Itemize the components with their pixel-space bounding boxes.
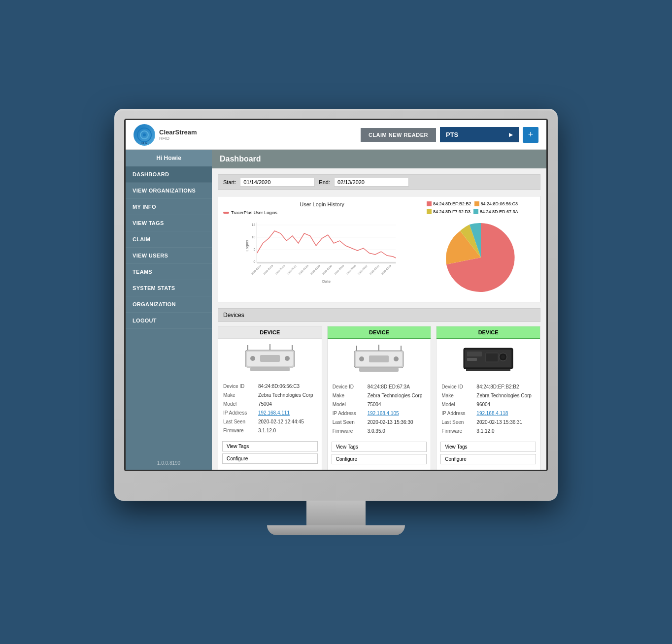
org-name: PTS: [446, 131, 458, 138]
pie-legend-item-3: 84:24:8D:F7:92:D3: [427, 209, 470, 214]
device-1-svg: [243, 343, 297, 375]
pie-label-3: 84:24:8D:F7:92:D3: [433, 209, 470, 214]
device-3-row-fw: Firmware 3.1.12.0: [441, 427, 535, 436]
legend-label: TracerPlus User Logins: [231, 210, 277, 215]
devices-grid: DEVICE: [218, 326, 540, 470]
device-2-view-tags-button[interactable]: View Tags: [332, 442, 427, 452]
device-1-info: Device ID 84:24:8D:06:56:C3 Make Zebra T…: [218, 378, 322, 439]
svg-text:0: 0: [254, 260, 256, 263]
device-2-ip-value[interactable]: 192.168.4.105: [368, 409, 399, 418]
device-2-seen-label: Last Seen: [333, 418, 365, 427]
pie-color-1: [427, 201, 432, 206]
sidebar-item-system-stats[interactable]: SYSTEM STATS: [126, 280, 212, 296]
device-1-row-ip: IP Address 192.168.4.111: [223, 409, 317, 418]
device-2-model-label: Model: [333, 400, 365, 409]
device-2-row-id: Device ID 84:24:8D:ED:67:3A: [333, 383, 426, 391]
sidebar-item-logout[interactable]: LOGOUT: [126, 313, 212, 329]
pie-chart-svg: [441, 218, 520, 297]
device-3-image: [437, 339, 540, 379]
sidebar-item-teams[interactable]: TEAMS: [126, 264, 212, 280]
device-1-configure-button[interactable]: Configure: [222, 453, 318, 464]
app-header: RFID ClearStream RFID CLAIM NEW READER P…: [126, 120, 546, 150]
pie-legend-item-2: 84:24:8D:06:56:C3: [474, 201, 518, 206]
device-3-ip-value[interactable]: 192.168.4.118: [476, 409, 508, 418]
start-date-input[interactable]: [240, 178, 315, 187]
svg-rect-46: [359, 368, 399, 372]
pie-chart-section: 84:24:8D:EF:B2:B2 84:24:8D:06:56:C3 84:2…: [427, 201, 535, 297]
svg-text:2020-01-18: 2020-01-18: [263, 264, 273, 275]
device-1-ip-value[interactable]: 192.168.4.111: [258, 409, 290, 418]
svg-point-52: [501, 355, 505, 359]
device-1-row-model: Model 75004: [223, 400, 317, 409]
device-2-row-seen: Last Seen 2020-02-13 15:36:30: [333, 418, 426, 427]
device-3-fw-value: 3.1.12.0: [476, 427, 494, 436]
device-3-configure-button[interactable]: Configure: [440, 454, 536, 464]
svg-rect-54: [466, 369, 510, 371]
device-1-seen-label: Last Seen: [223, 418, 255, 426]
device-2-svg: [352, 343, 406, 375]
device-1-row-seen: Last Seen 2020-02-12 12:44:45: [223, 418, 317, 426]
pie-label-1: 84:24:8D:EF:B2:B2: [433, 201, 471, 206]
pie-legend-item-4: 84:24:8D:ED:67:3A: [473, 209, 518, 214]
pie-label-4: 84:24:8D:ED:67:3A: [480, 209, 518, 214]
device-2-header: DEVICE: [328, 326, 431, 339]
sidebar-item-claim[interactable]: CLAIM: [126, 231, 212, 248]
line-chart-section: User Login History TracerPlus User Login…: [223, 201, 421, 297]
svg-text:2020-01-26: 2020-01-26: [298, 264, 309, 275]
svg-text:2020-02-11: 2020-02-11: [369, 264, 380, 275]
sidebar-item-dashboard[interactable]: DASHBOARD: [126, 166, 212, 183]
svg-text:2020-02-05: 2020-02-05: [345, 264, 356, 275]
svg-text:2020-01-20: 2020-01-20: [274, 264, 285, 275]
sidebar-item-my-info[interactable]: MY INFO: [126, 199, 212, 215]
svg-rect-53: [486, 353, 498, 362]
svg-text:15: 15: [252, 223, 256, 226]
device-1-model-value: 75004: [258, 400, 272, 409]
device-3-seen-value: 2020-02-13 15:36:31: [476, 418, 522, 427]
svg-rect-37: [250, 367, 290, 371]
legend-dot: [223, 212, 229, 214]
device-2-configure-button[interactable]: Configure: [332, 454, 427, 464]
sidebar-item-organization[interactable]: ORGANIZATION: [126, 296, 212, 313]
monitor-stand-neck: [306, 501, 366, 525]
device-3-row-make: Make Zebra Technologies Corp: [441, 391, 535, 400]
monitor-bezel: RFID ClearStream RFID CLAIM NEW READER P…: [114, 109, 558, 501]
sidebar-item-view-users[interactable]: VIEW USERS: [126, 248, 212, 264]
device-1-fw-value: 3.1.12.0: [258, 426, 276, 435]
device-3-make-value: Zebra Technologies Corp: [476, 391, 532, 400]
device-2-make-label: Make: [333, 391, 365, 400]
sidebar-item-view-tags[interactable]: VIEW TAGS: [126, 215, 212, 231]
sidebar-nav: DASHBOARD VIEW ORGANIZATIONS MY INFO VIE…: [126, 166, 212, 456]
main-content: Dashboard Start: End: User Login: [212, 150, 546, 470]
sidebar-item-view-organizations[interactable]: VIEW ORGANIZATIONS: [126, 183, 212, 199]
end-date-input[interactable]: [334, 178, 409, 187]
device-1-row-fw: Firmware 3.1.12.0: [223, 426, 317, 435]
device-card-2: DEVICE: [327, 326, 432, 470]
monitor-stand-base: [267, 525, 405, 535]
svg-rect-42: [369, 355, 389, 362]
device-1-buttons: View Tags Configure: [218, 441, 322, 470]
svg-point-32: [285, 356, 290, 361]
org-selector[interactable]: PTS ▶: [440, 127, 519, 142]
logo-text-area: ClearStream RFID: [159, 129, 197, 141]
device-card-3: DEVICE: [436, 326, 540, 470]
device-3-info: Device ID 84:24:8D:EF:B2:B2 Make Zebra T…: [437, 379, 540, 440]
sidebar-greeting: Hi Howie: [126, 150, 212, 166]
pie-color-2: [474, 201, 479, 206]
device-1-view-tags-button[interactable]: View Tags: [222, 441, 318, 451]
svg-text:2020-01-28: 2020-01-28: [310, 264, 321, 275]
svg-point-41: [394, 356, 399, 361]
device-3-id-label: Device ID: [441, 383, 473, 391]
start-label: Start:: [223, 179, 236, 185]
device-2-info: Device ID 84:24:8D:ED:67:3A Make Zebra T…: [328, 379, 431, 440]
svg-text:2020-02-13: 2020-02-13: [381, 264, 392, 275]
device-1-image: [218, 339, 322, 378]
svg-text:10: 10: [252, 235, 256, 239]
svg-rect-49: [467, 352, 482, 356]
svg-text:Date: Date: [322, 279, 331, 284]
claim-new-reader-button[interactable]: CLAIM NEW READER: [361, 128, 436, 142]
sidebar-version: 1.0.0.8190: [126, 456, 212, 470]
cursor-icon: ▶: [509, 132, 513, 137]
add-org-button[interactable]: +: [523, 127, 538, 143]
device-2-model-value: 75004: [368, 400, 381, 409]
device-3-view-tags-button[interactable]: View Tags: [440, 442, 536, 452]
